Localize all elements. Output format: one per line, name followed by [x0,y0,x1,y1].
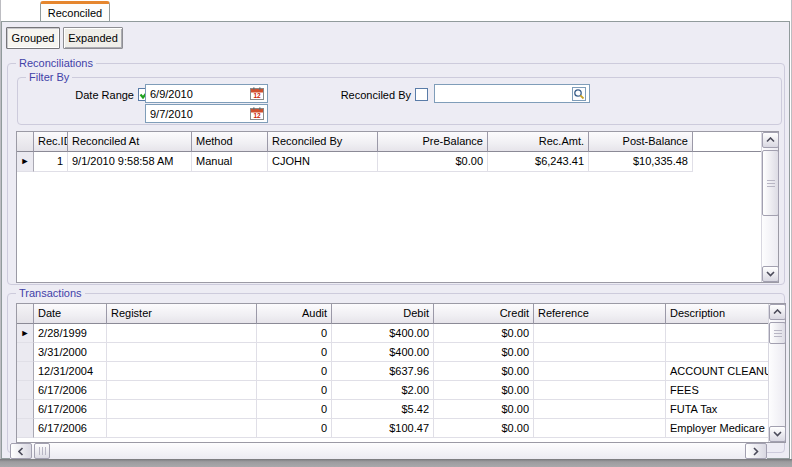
expanded-button[interactable]: Expanded [63,27,123,49]
column-header[interactable]: Rec.Amt. [488,132,589,152]
grid-cell[interactable]: $10,335.48 [589,152,693,172]
column-header[interactable]: Post-Balance [589,132,693,152]
tab-reconciled[interactable]: Reconciled [40,1,110,21]
grid-cell[interactable]: 0 [257,324,332,343]
grouped-button[interactable]: Grouped [6,27,60,49]
grid-cell[interactable]: $637.96 [332,362,434,381]
scroll-down-button[interactable] [762,266,779,282]
grid-cell[interactable]: 1 [34,152,68,172]
grid-cell[interactable]: 0 [257,419,332,438]
column-header[interactable]: Pre-Balance [378,132,488,152]
row-selector[interactable] [17,343,34,362]
grid-cell[interactable]: 6/17/2006 [34,419,107,438]
scroll-up-button[interactable] [769,304,786,320]
grid-cell[interactable] [107,400,257,419]
grid-cell[interactable] [534,400,666,419]
grid-cell[interactable]: $5.42 [332,400,434,419]
grid-cell[interactable]: 0 [257,343,332,362]
grid-cell[interactable] [534,381,666,400]
table-row[interactable]: 12/31/20040$637.96$0.00ACCOUNT CLEANUP [17,362,768,381]
grid-cell[interactable] [107,419,257,438]
grid-cell[interactable]: 3/31/2000 [34,343,107,362]
scroll-down-button[interactable] [769,426,786,442]
grid-cell[interactable]: $6,243.41 [488,152,589,172]
grid-cell[interactable]: $0.00 [434,343,534,362]
row-selector[interactable] [17,381,34,400]
lookup-magnifier-icon[interactable] [570,86,588,101]
reconciled-by-input[interactable] [434,84,590,103]
column-header[interactable]: Credit [434,304,534,324]
grid-cell[interactable] [534,324,666,343]
row-selector[interactable]: ► [17,152,34,172]
reconciled-by-checkbox[interactable] [415,88,428,101]
horizontal-scrollbar[interactable] [10,443,767,459]
scroll-thumb[interactable] [34,443,50,459]
column-header[interactable]: Description [666,304,768,324]
calendar-icon[interactable]: 12 [248,106,266,121]
row-filler [693,152,761,172]
grid-cell[interactable]: 9/1/2010 9:58:58 AM [68,152,192,172]
grid-cell[interactable] [666,343,768,362]
reconciliations-grid-vscrollbar[interactable] [761,132,778,282]
row-selector[interactable] [17,362,34,381]
grid-cell[interactable]: $2.00 [332,381,434,400]
grid-cell[interactable]: FUTA Tax [666,400,768,419]
grid-cell[interactable]: CJOHN [268,152,378,172]
calendar-icon[interactable]: 12 [248,86,266,101]
scroll-thumb[interactable] [762,150,779,216]
grid-cell[interactable]: 6/17/2006 [34,381,107,400]
table-row[interactable]: ►19/1/2010 9:58:58 AMManualCJOHN$0.00$6,… [17,152,761,172]
grid-cell[interactable]: 2/28/1999 [34,324,107,343]
grid-cell[interactable]: Employer Medicare [666,419,768,438]
column-header[interactable]: Reference [534,304,666,324]
grid-cell[interactable]: Manual [192,152,268,172]
table-row[interactable]: 6/17/20060$100.47$0.00Employer Medicare [17,419,768,438]
grid-cell[interactable]: 12/31/2004 [34,362,107,381]
column-header[interactable]: Rec.ID [34,132,68,152]
column-header[interactable]: Debit [332,304,434,324]
grid-cell[interactable]: $0.00 [434,419,534,438]
column-header[interactable]: Reconciled At [68,132,192,152]
transactions-grid-vscrollbar[interactable] [768,304,785,442]
column-header[interactable]: Reconciled By [268,132,378,152]
grid-cell[interactable]: $0.00 [434,381,534,400]
scroll-thumb[interactable] [769,322,786,344]
row-selector[interactable]: ► [17,324,34,343]
row-selector[interactable] [17,400,34,419]
grid-cell[interactable]: ACCOUNT CLEANUP [666,362,768,381]
grid-cell[interactable] [666,324,768,343]
grid-cell[interactable] [534,362,666,381]
row-selector-header[interactable] [17,304,34,324]
grid-cell[interactable] [534,343,666,362]
grid-cell[interactable]: $0.00 [378,152,488,172]
grid-cell[interactable]: $0.00 [434,362,534,381]
grid-cell[interactable]: $100.47 [332,419,434,438]
grid-cell[interactable]: $400.00 [332,343,434,362]
grid-cell[interactable]: FEES [666,381,768,400]
scroll-up-button[interactable] [762,132,779,148]
grid-cell[interactable] [534,419,666,438]
column-header[interactable]: Date [34,304,107,324]
table-row[interactable]: 6/17/20060$5.42$0.00FUTA Tax [17,400,768,419]
grid-cell[interactable]: 0 [257,400,332,419]
column-header[interactable]: Method [192,132,268,152]
grid-cell[interactable] [107,381,257,400]
row-selector-header[interactable] [17,132,34,152]
table-row[interactable]: 3/31/20000$400.00$0.00 [17,343,768,362]
grid-cell[interactable]: 6/17/2006 [34,400,107,419]
grid-cell[interactable]: $0.00 [434,400,534,419]
grid-cell[interactable]: $0.00 [434,324,534,343]
table-row[interactable]: 6/17/20060$2.00$0.00FEES [17,381,768,400]
scroll-left-button[interactable] [10,443,32,459]
grid-cell[interactable]: 0 [257,362,332,381]
scroll-right-button[interactable] [745,443,767,459]
grid-cell[interactable] [107,324,257,343]
grid-cell[interactable] [107,343,257,362]
table-row[interactable]: ►2/28/19990$400.00$0.00 [17,324,768,343]
grid-cell[interactable]: 0 [257,381,332,400]
grid-cell[interactable] [107,362,257,381]
column-header[interactable]: Audit [257,304,332,324]
grid-cell[interactable]: $400.00 [332,324,434,343]
row-selector[interactable] [17,419,34,438]
column-header[interactable]: Register [107,304,257,324]
